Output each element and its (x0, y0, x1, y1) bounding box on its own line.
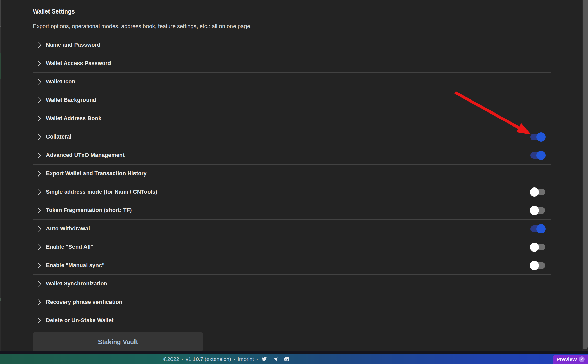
row-label: Token Fragmentation (short: TF) (46, 207, 132, 214)
chevron-right-icon (35, 116, 41, 121)
settings-row[interactable]: Name and Password (33, 36, 551, 54)
chevron-right-icon (35, 244, 41, 250)
wallet-settings-panel: Wallet Settings Export options, operatio… (33, 0, 551, 351)
row-label: Enable "Send All" (46, 244, 93, 250)
scrollbar[interactable] (582, 0, 588, 354)
row-label: Delete or Un-Stake Wallet (46, 317, 114, 324)
chevron-right-icon (35, 281, 41, 287)
chevron-right-icon (35, 134, 41, 140)
settings-row[interactable]: Enable "Manual sync" (33, 256, 551, 275)
settings-row[interactable]: Wallet Background (33, 91, 551, 109)
footer-bar: ©2022 · v1.10.7 (extension) · Imprint · (0, 354, 588, 364)
staking-vault-button[interactable]: Staking Vault (33, 332, 203, 351)
toggle-switch-off[interactable] (530, 206, 546, 215)
row-label: Recovery phrase verification (46, 299, 122, 305)
settings-row[interactable]: Token Fragmentation (short: TF) (33, 201, 551, 220)
chevron-right-icon (35, 226, 41, 232)
preview-label: Preview (556, 356, 577, 362)
footer-version: v1.10.7 (extension) (186, 356, 231, 362)
toggle-switch-on[interactable] (530, 150, 546, 160)
toggle-knob (536, 224, 546, 233)
row-label: Collateral (46, 134, 71, 140)
page-subtitle: Export options, operational modes, addre… (33, 22, 551, 30)
check-icon: ✓ (579, 356, 585, 362)
settings-row[interactable]: Enable "Send All" (33, 238, 551, 256)
toggle-switch-off[interactable] (530, 187, 546, 197)
toggle-knob (530, 206, 539, 215)
chevron-right-icon (35, 262, 41, 268)
row-label: Wallet Address Book (46, 115, 101, 122)
settings-row[interactable]: Advanced UTxO Management (33, 146, 551, 165)
toggle-switch-on[interactable] (530, 224, 546, 234)
discord-icon[interactable] (284, 356, 290, 362)
row-label: Auto Withdrawal (46, 225, 90, 232)
row-label: Enable "Manual sync" (46, 262, 105, 269)
page-title: Wallet Settings (33, 8, 551, 15)
chevron-right-icon (35, 171, 41, 177)
chevron-right-icon (35, 42, 41, 48)
settings-row[interactable]: Export Wallet and Transaction History (33, 165, 551, 183)
row-label: Wallet Access Password (46, 60, 111, 67)
chevron-right-icon (35, 152, 41, 158)
row-label: Name and Password (46, 42, 101, 48)
chevron-right-icon (35, 79, 41, 85)
toggle-knob (536, 151, 546, 160)
settings-row[interactable]: Wallet Address Book (33, 109, 551, 128)
settings-row[interactable]: Wallet Access Password (33, 54, 551, 73)
left-edge-strip (0, 0, 1, 354)
telegram-icon[interactable] (272, 356, 279, 362)
row-label: Wallet Background (46, 97, 96, 103)
settings-row[interactable]: Delete or Un-Stake Wallet (33, 311, 551, 330)
chevron-right-icon (35, 299, 41, 305)
row-label: Export Wallet and Transaction History (46, 170, 147, 177)
settings-row[interactable]: Wallet Icon (33, 73, 551, 91)
toggle-knob (530, 243, 539, 252)
row-label: Advanced UTxO Management (46, 152, 125, 158)
settings-row[interactable]: Wallet Synchronization (33, 275, 551, 293)
row-label: Wallet Synchronization (46, 281, 107, 287)
toggle-switch-on[interactable] (530, 132, 546, 142)
footer-content: ©2022 · v1.10.7 (extension) · Imprint · (163, 354, 290, 364)
settings-row[interactable]: Single address mode (for Nami / CNTools) (33, 183, 551, 201)
twitter-icon[interactable] (261, 356, 267, 362)
row-label: Single address mode (for Nami / CNTools) (46, 189, 157, 195)
settings-row[interactable]: Collateral (33, 128, 551, 146)
chevron-right-icon (35, 189, 41, 195)
footer-copyright: ©2022 (163, 356, 179, 362)
settings-list: Name and Password Wallet Access Password… (33, 36, 551, 330)
preview-badge[interactable]: Preview ✓ (553, 355, 588, 364)
toggle-knob (530, 261, 539, 270)
toggle-switch-off[interactable] (530, 242, 546, 252)
footer-dark-strip (0, 351, 588, 354)
toggle-knob (536, 132, 546, 142)
chevron-right-icon (35, 97, 41, 103)
toggle-knob (530, 187, 539, 197)
settings-row[interactable]: Auto Withdrawal (33, 220, 551, 238)
chevron-right-icon (35, 207, 41, 213)
settings-row[interactable]: Recovery phrase verification (33, 293, 551, 311)
row-label: Wallet Icon (46, 79, 75, 85)
chevron-right-icon (35, 60, 41, 66)
toggle-switch-off[interactable] (530, 261, 546, 270)
chevron-right-icon (35, 318, 41, 323)
scrollbar-thumb[interactable] (583, 0, 588, 349)
imprint-link[interactable]: Imprint (238, 356, 254, 362)
